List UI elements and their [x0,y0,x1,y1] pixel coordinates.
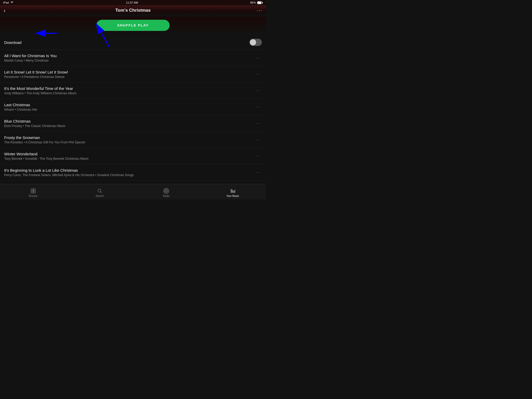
track-more-button[interactable]: ··· [254,87,262,94]
track-item[interactable]: Frosty the Snowman The Ronettes • A Chri… [0,132,266,148]
download-label: Download [4,40,22,45]
track-more-button[interactable]: ··· [254,153,262,159]
status-bar: iPad 11:07 AM 86% [0,0,266,5]
bottom-nav: Browse Search Radio Your Music [0,184,266,200]
track-title: Blue Christmas [4,119,254,123]
library-icon [230,188,236,194]
track-subtitle: Perry Como, The Fontane Sisters, Mitchel… [4,173,254,177]
more-options-button[interactable]: ··· [257,8,262,13]
svg-rect-2 [257,2,261,4]
svg-rect-4 [34,189,35,190]
track-item[interactable]: It's the Most Wonderful Time of the Year… [0,83,266,99]
svg-rect-5 [31,191,33,193]
track-more-button[interactable]: ··· [254,71,262,78]
svg-line-8 [101,192,102,193]
nav-radio-label: Radio [163,195,170,197]
track-more-button[interactable]: ··· [254,55,262,61]
track-item[interactable]: All I Want for Christmas Is You Mariah C… [0,50,266,66]
radio-icon [163,188,169,194]
status-right: 86% [250,1,263,4]
nav-your-music[interactable]: Your Music [200,187,266,197]
shuffle-play-button[interactable]: SHUFFLE PLAY [96,20,169,31]
back-button[interactable]: ‹ [4,8,5,14]
nav-browse-label: Browse [29,195,37,197]
track-title: It's the Most Wonderful Time of the Year [4,86,254,91]
page-title: Tom's Christmas [115,8,151,13]
svg-rect-1 [262,2,263,3]
track-item[interactable]: Winter Wonderland Tony Bennett • Snowfal… [0,148,266,164]
track-more-button[interactable]: ··· [254,169,262,176]
nav-browse[interactable]: Browse [0,187,66,197]
track-subtitle: Andy Williams • The Andy Williams Christ… [4,91,254,95]
nav-search[interactable]: Search [66,187,133,197]
time: 11:07 AM [126,1,138,4]
track-subtitle: Elvis Presley • The Classic Christmas Al… [4,124,254,128]
track-subtitle: Mariah Carey • Merry Christmas [4,59,254,62]
browse-icon [30,188,36,194]
track-title: Frosty the Snowman [4,135,254,140]
track-title: It's Beginning to Look a Lot Like Christ… [4,168,254,172]
track-info: It's Beginning to Look a Lot Like Christ… [4,168,254,177]
track-list: Download All I Want for Christmas Is You… [0,35,266,184]
svg-rect-6 [34,191,35,193]
track-subtitle: Wham! • Christmas Hits [4,108,254,111]
track-info: All I Want for Christmas Is You Mariah C… [4,54,254,62]
track-info: Blue Christmas Elvis Presley • The Class… [4,119,254,128]
tracks-container: All I Want for Christmas Is You Mariah C… [0,50,266,181]
track-title: All I Want for Christmas Is You [4,54,254,58]
track-info: It's the Most Wonderful Time of the Year… [4,86,254,95]
status-left: iPad [3,1,14,4]
svg-point-10 [165,189,168,192]
download-row: Download [0,35,266,50]
header: ‹ Tom's Christmas ··· [0,5,266,17]
track-more-button[interactable]: ··· [254,120,262,127]
svg-point-7 [98,189,101,192]
track-info: Winter Wonderland Tony Bennett • Snowfal… [4,152,254,161]
toggle-knob [250,39,256,45]
search-icon [97,188,103,194]
battery-icon [257,1,263,4]
track-subtitle: Pentatonix • A Pentatonix Christmas Delu… [4,75,254,79]
track-item[interactable]: Last Christmas Wham! • Christmas Hits ··… [0,99,266,115]
track-title: Let It Snow! Let It Snow! Let It Snow! [4,70,254,74]
nav-radio[interactable]: Radio [133,187,200,197]
nav-search-label: Search [96,195,104,197]
track-title: Winter Wonderland [4,152,254,156]
svg-rect-3 [31,189,33,190]
track-info: Frosty the Snowman The Ronettes • A Chri… [4,135,254,144]
track-subtitle: The Ronettes • A Christmas Gift For You … [4,141,254,144]
track-item[interactable]: It's Beginning to Look a Lot Like Christ… [0,164,266,181]
track-item[interactable]: Blue Christmas Elvis Presley • The Class… [0,115,266,132]
shuffle-section: SHUFFLE PLAY [0,17,266,35]
download-toggle[interactable] [249,39,262,46]
track-more-button[interactable]: ··· [254,136,262,143]
track-subtitle: Tony Bennett • Snowfall - The Tony Benne… [4,157,254,161]
nav-your-music-label: Your Music [226,195,239,197]
wifi-icon [10,1,14,4]
track-info: Last Christmas Wham! • Christmas Hits [4,103,254,111]
track-info: Let It Snow! Let It Snow! Let It Snow! P… [4,70,254,79]
track-more-button[interactable]: ··· [254,104,262,110]
battery-label: 86% [250,1,256,4]
track-title: Last Christmas [4,103,254,107]
track-item[interactable]: Let It Snow! Let It Snow! Let It Snow! P… [0,66,266,83]
device-label: iPad [3,1,9,4]
svg-point-9 [165,190,167,192]
